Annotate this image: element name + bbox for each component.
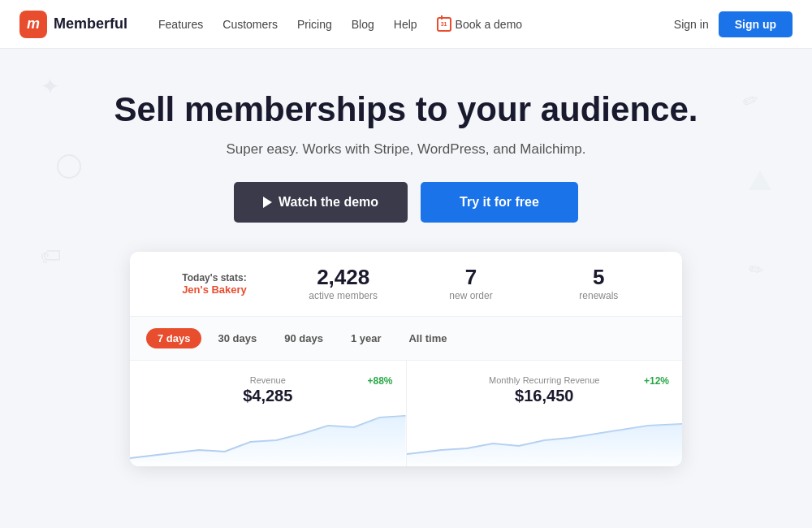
revenue-chart-svg bbox=[130, 409, 406, 466]
logo-icon: m bbox=[19, 11, 47, 38]
stat-new-order: 7 new order bbox=[407, 266, 534, 301]
todays-stats-label: Today's stats: bbox=[149, 272, 279, 283]
stat-active-members-label: active members bbox=[279, 290, 407, 301]
tab-1year[interactable]: 1 year bbox=[339, 328, 393, 348]
stat-renewals-number: 5 bbox=[535, 266, 663, 288]
tab-7days[interactable]: 7 days bbox=[146, 328, 201, 348]
watch-demo-button[interactable]: Watch the demo bbox=[234, 182, 408, 223]
stat-renewals: 5 renewals bbox=[535, 266, 663, 301]
mrr-chart-panel: Monthly Recurring Revenue $16,450 +12% bbox=[407, 361, 683, 466]
time-tabs: 7 days 30 days 90 days 1 year All time bbox=[130, 317, 682, 361]
stat-new-order-number: 7 bbox=[407, 266, 534, 288]
try-free-button[interactable]: Try it for free bbox=[421, 182, 578, 223]
navbar: m Memberful Features Customers Pricing B… bbox=[0, 0, 812, 49]
charts-row: Revenue $4,285 +88% bbox=[130, 361, 682, 466]
signin-link[interactable]: Sign in bbox=[674, 18, 709, 31]
revenue-value: $4,285 bbox=[146, 387, 390, 405]
deco-triangle bbox=[749, 171, 771, 190]
mrr-value: $16,450 bbox=[423, 387, 667, 405]
stats-row: Today's stats: Jen's Bakery 2,428 active… bbox=[130, 252, 682, 317]
tab-alltime[interactable]: All time bbox=[397, 328, 458, 348]
revenue-badge: +88% bbox=[367, 375, 392, 387]
bakery-name: Jen's Bakery bbox=[149, 283, 279, 296]
mrr-chart-svg bbox=[407, 409, 683, 466]
nav-right: Sign in Sign up bbox=[674, 11, 793, 37]
nav-pricing-link[interactable]: Pricing bbox=[289, 13, 340, 36]
deco-star: ✦ bbox=[41, 73, 59, 100]
deco-tag: 🏷 bbox=[41, 244, 62, 269]
tab-90days[interactable]: 90 days bbox=[273, 328, 335, 348]
hero-buttons: Watch the demo Try it for free bbox=[0, 182, 812, 223]
hero-section: ✦ 🏷 ✏ ✏ Sell memberships to your audienc… bbox=[0, 49, 812, 491]
nav-blog-link[interactable]: Blog bbox=[343, 13, 382, 36]
nav-help-link[interactable]: Help bbox=[386, 13, 425, 36]
revenue-chart-panel: Revenue $4,285 +88% bbox=[130, 361, 407, 466]
stat-new-order-label: new order bbox=[407, 290, 534, 301]
hero-subheadline: Super easy. Works with Stripe, WordPress… bbox=[0, 141, 812, 158]
nav-customers-link[interactable]: Customers bbox=[214, 13, 286, 36]
logo-text: Memberful bbox=[54, 15, 127, 32]
revenue-title: Revenue bbox=[146, 375, 390, 385]
dashboard-wrapper: Today's stats: Jen's Bakery 2,428 active… bbox=[0, 252, 812, 466]
tab-30days[interactable]: 30 days bbox=[206, 328, 268, 348]
play-icon bbox=[263, 197, 272, 208]
stat-renewals-label: renewals bbox=[535, 290, 663, 301]
signup-button[interactable]: Sign up bbox=[719, 11, 793, 37]
hero-headline: Sell memberships to your audience. bbox=[0, 89, 812, 130]
nav-book-demo-link[interactable]: Book a demo bbox=[429, 12, 531, 37]
stats-label-col: Today's stats: Jen's Bakery bbox=[149, 272, 279, 296]
nav-features-link[interactable]: Features bbox=[150, 13, 211, 36]
stat-active-members-number: 2,428 bbox=[279, 266, 407, 288]
deco-circle bbox=[57, 154, 81, 179]
dashboard-card: Today's stats: Jen's Bakery 2,428 active… bbox=[130, 252, 682, 466]
stat-active-members: 2,428 active members bbox=[279, 266, 407, 301]
calendar-icon bbox=[437, 17, 451, 32]
mrr-title: Monthly Recurring Revenue bbox=[423, 375, 667, 385]
nav-links: Features Customers Pricing Blog Help Boo… bbox=[150, 12, 674, 37]
logo-link[interactable]: m Memberful bbox=[19, 11, 127, 38]
mrr-badge: +12% bbox=[644, 375, 669, 387]
